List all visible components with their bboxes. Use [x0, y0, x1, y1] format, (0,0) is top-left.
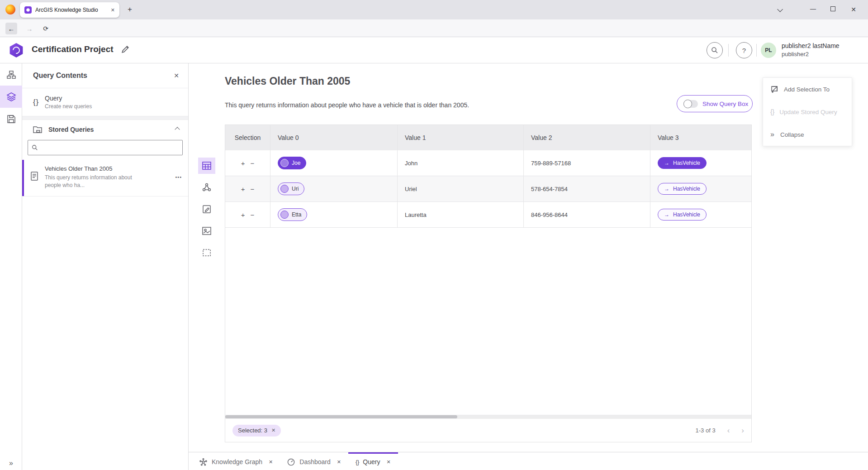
edit-pencil-icon[interactable] [121, 45, 129, 53]
user-info[interactable]: publisher2 lastName publisher2 [782, 42, 840, 58]
layers-icon [6, 92, 16, 102]
relationship-pill[interactable]: →HasVehicle [658, 209, 707, 221]
cell-value[interactable]: Uriel [398, 176, 524, 201]
more-options-icon[interactable]: ••• [175, 174, 182, 180]
link-chart-view-button[interactable] [198, 179, 215, 196]
query-title: Vehicles Older Than 2005 [225, 75, 350, 87]
browser-tab[interactable]: ArcGIS Knowledge Studio ✕ [20, 2, 119, 18]
search-input[interactable] [42, 144, 179, 151]
collapse-section-chevron-icon[interactable] [175, 127, 180, 132]
stored-queries-search[interactable] [28, 140, 183, 155]
horizontal-scrollbar[interactable] [225, 415, 751, 419]
menu-item-label: Add Selection To [784, 86, 830, 93]
window-minimize-button[interactable]: — [810, 5, 816, 12]
table-row[interactable]: +− Uri Uriel 578-654-7854 →HasVehicle [225, 176, 751, 202]
edit-view-button[interactable] [198, 201, 215, 217]
menu-item-collapse[interactable]: » Collapse [763, 123, 852, 146]
column-header[interactable]: Value 2 [524, 125, 650, 150]
pagination: 1-3 of 3 ‹ › [696, 426, 744, 435]
selection-frame-icon [202, 249, 211, 257]
entity-pill[interactable]: Joe [278, 157, 306, 169]
tab-close-icon[interactable]: ✕ [337, 460, 341, 465]
clear-selection-icon[interactable]: ✕ [271, 428, 275, 433]
contents-nav-button[interactable] [0, 86, 22, 108]
back-button[interactable]: ← [5, 23, 17, 34]
cell-value[interactable]: 578-654-7854 [524, 176, 650, 201]
select-remove-button[interactable]: − [251, 185, 255, 193]
query-item-title: Query [45, 95, 92, 102]
cell-value[interactable]: 846-956-8644 [524, 202, 650, 227]
select-remove-button[interactable]: − [251, 159, 255, 167]
column-header[interactable]: Selection [225, 125, 270, 150]
tab-label: Knowledge Graph [212, 458, 262, 465]
tab-close-icon[interactable]: ✕ [111, 8, 115, 13]
select-add-button[interactable]: + [241, 159, 245, 167]
show-query-box-toggle[interactable]: Show Query Box [677, 95, 753, 112]
stored-query-description: This query returns information about peo… [45, 174, 135, 190]
selection-tool-button[interactable] [198, 245, 215, 261]
tab-close-icon[interactable]: ✕ [269, 460, 273, 465]
previous-page-button[interactable]: ‹ [727, 426, 730, 435]
reload-button[interactable]: ⟳ [40, 23, 52, 34]
save-nav-button[interactable] [0, 108, 22, 130]
window-close-button[interactable]: ✕ [851, 6, 856, 13]
data-model-nav-button[interactable] [0, 63, 22, 86]
query-viewer: Vehicles Older Than 2005 This query retu… [189, 63, 868, 452]
new-tab-button[interactable]: + [128, 5, 132, 14]
arrow-right-icon: → [664, 160, 669, 166]
select-add-button[interactable]: + [241, 185, 245, 193]
cell-value[interactable]: Lauretta [398, 202, 524, 227]
view-toolbar [198, 158, 215, 266]
select-remove-button[interactable]: − [251, 211, 255, 219]
project-title: Certification Project [32, 44, 114, 54]
tab-label: Query [363, 458, 380, 465]
column-header[interactable]: Value 1 [398, 125, 524, 150]
selected-count-chip[interactable]: Selected: 3 ✕ [232, 425, 281, 436]
column-header[interactable]: Value 3 [650, 125, 751, 150]
save-icon [7, 115, 16, 124]
hierarchy-icon [7, 70, 16, 79]
next-page-button[interactable]: › [741, 426, 744, 435]
entity-pill[interactable]: Etta [278, 208, 307, 221]
stored-query-item[interactable]: Vehicles Older Than 2005 This query retu… [22, 160, 188, 197]
knowledge-graph-icon [199, 458, 207, 466]
help-button[interactable]: ? [736, 42, 752, 58]
select-add-button[interactable]: + [241, 211, 245, 219]
new-query-item[interactable]: { } Query Create new queries [22, 88, 188, 116]
dashboard-gauge-icon [287, 458, 295, 466]
tab-list-chevron-icon[interactable] [777, 6, 783, 12]
tab-dashboard[interactable]: Dashboard ✕ [280, 452, 348, 470]
toggle-track[interactable] [683, 100, 698, 108]
forward-button[interactable]: → [24, 23, 35, 34]
map-view-button[interactable] [198, 223, 215, 239]
entity-pill[interactable]: Uri [278, 182, 304, 195]
knowledge-studio-logo [9, 43, 24, 58]
table-row[interactable]: +− Etta Lauretta 846-956-8644 →HasVehicl… [225, 202, 751, 228]
toggle-knob[interactable] [683, 100, 692, 108]
firefox-logo-icon[interactable] [5, 5, 15, 14]
browser-tab-strip: ArcGIS Knowledge Studio ✕ + — ✕ [0, 0, 868, 19]
expand-rail-button[interactable]: » [0, 459, 22, 467]
window-maximize-button[interactable] [830, 6, 835, 11]
browser-tab-title: ArcGIS Knowledge Studio [35, 7, 107, 13]
user-avatar[interactable]: PL [761, 43, 776, 58]
table-row[interactable]: +− Joe John 759-889-57168 →HasVehicle [225, 150, 751, 176]
panel-close-icon[interactable]: ✕ [174, 72, 179, 79]
stored-queries-header[interactable]: Stored Queries [22, 120, 188, 138]
column-header[interactable]: Value 0 [270, 125, 398, 150]
menu-item-update-stored-query[interactable]: { } Update Stored Query [763, 101, 852, 123]
scrollbar-thumb[interactable] [225, 415, 457, 418]
table-view-button[interactable] [198, 158, 215, 174]
menu-item-add-selection-to[interactable]: Add Selection To [763, 78, 852, 101]
tab-knowledge-graph[interactable]: Knowledge Graph ✕ [192, 452, 280, 470]
cell-value[interactable]: 759-889-57168 [524, 150, 650, 176]
search-button[interactable] [707, 42, 723, 58]
left-icon-rail: » [0, 63, 22, 470]
cell-value[interactable]: John [398, 150, 524, 176]
relationship-pill[interactable]: →HasVehicle [658, 183, 707, 195]
stored-query-doc-icon [30, 172, 38, 181]
tab-query[interactable]: { } Query ✕ [348, 452, 398, 470]
toggle-label: Show Query Box [702, 101, 748, 107]
tab-close-icon[interactable]: ✕ [386, 460, 390, 465]
relationship-pill[interactable]: →HasVehicle [658, 157, 707, 169]
